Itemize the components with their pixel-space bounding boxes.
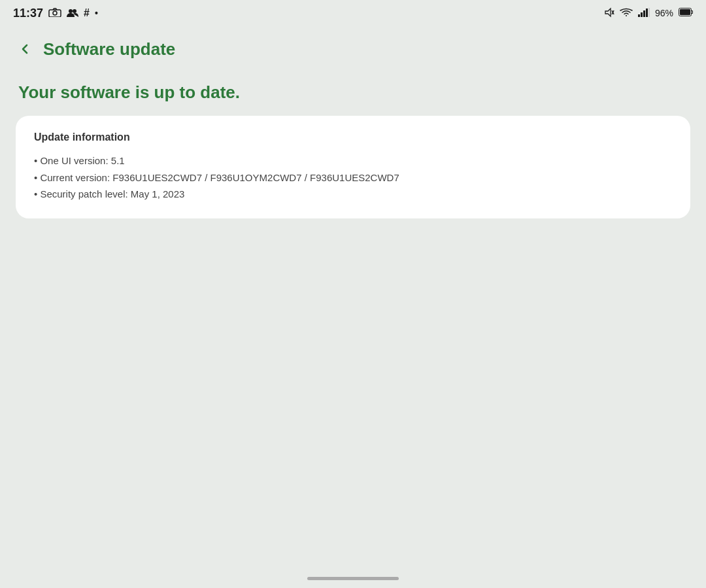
contacts-icon	[67, 8, 78, 19]
battery-icon	[679, 8, 693, 18]
info-item-1: • Current version: F936U1UES2CWD7 / F936…	[34, 169, 672, 186]
svg-rect-6	[638, 14, 640, 17]
status-time: 11:37	[13, 7, 43, 20]
svg-rect-8	[643, 10, 645, 17]
header: Software update	[0, 26, 706, 72]
page-title: Software update	[43, 39, 175, 60]
info-card-title: Update information	[34, 131, 672, 143]
status-bar: 11:37 # •	[0, 0, 706, 26]
wifi-icon	[620, 8, 633, 19]
photo-icon	[48, 8, 61, 19]
signal-icon	[638, 8, 650, 19]
svg-rect-7	[641, 12, 643, 17]
info-card: Update information • One UI version: 5.1…	[16, 116, 690, 218]
main-content: Your software is up to date. Update info…	[0, 72, 706, 229]
info-item-2: • Security patch level: May 1, 2023	[34, 186, 672, 203]
mute-icon	[604, 7, 614, 20]
status-left: 11:37 # •	[13, 7, 98, 20]
svg-rect-9	[646, 9, 648, 17]
svg-rect-12	[680, 9, 690, 15]
dot-indicator: •	[95, 8, 98, 18]
svg-point-3	[73, 9, 76, 13]
bottom-bar-indicator	[307, 577, 399, 580]
status-heading: Your software is up to date.	[18, 82, 690, 103]
info-item-0: • One UI version: 5.1	[34, 152, 672, 169]
svg-point-2	[69, 9, 73, 13]
back-button[interactable]	[10, 35, 39, 63]
svg-point-1	[53, 11, 57, 15]
status-right: 96%	[604, 7, 693, 20]
slack-icon: #	[84, 7, 90, 19]
svg-rect-10	[648, 8, 650, 17]
battery-percentage: 96%	[655, 8, 673, 18]
